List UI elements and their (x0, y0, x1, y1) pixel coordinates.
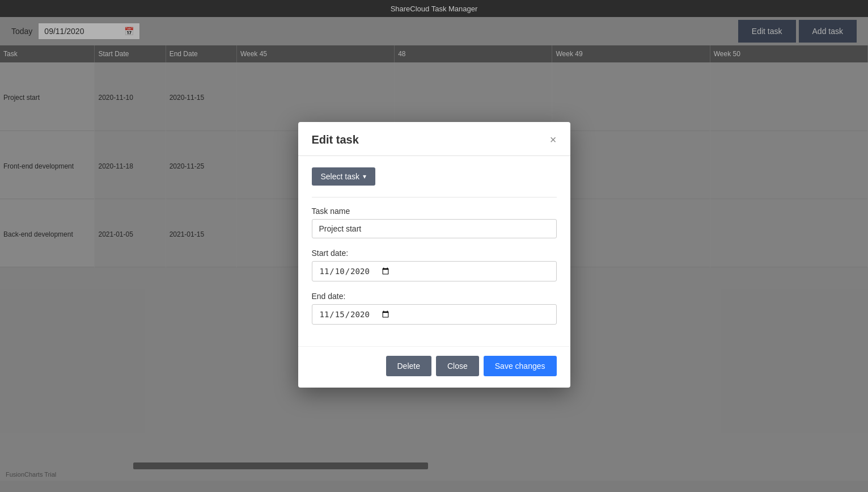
separator (312, 197, 557, 197)
select-task-button[interactable]: Select task (312, 167, 375, 186)
modal-header: Edit task × (298, 122, 570, 156)
modal-backdrop: Edit task × Select task Task name Start … (0, 17, 868, 492)
modal-body: Select task Task name Start date: End da… (298, 156, 570, 346)
delete-button[interactable]: Delete (386, 356, 431, 376)
start-date-input[interactable] (312, 261, 557, 281)
end-date-group: End date: (312, 292, 557, 325)
save-changes-button[interactable]: Save changes (484, 356, 557, 376)
modal-close-button[interactable]: × (550, 134, 557, 145)
modal-footer: Delete Close Save changes (298, 346, 570, 388)
end-date-label: End date: (312, 292, 557, 301)
end-date-input[interactable] (312, 304, 557, 325)
main-area: Today 09/11/2020 📅 Edit task Add task Ta… (0, 17, 868, 492)
close-button[interactable]: Close (436, 356, 479, 376)
top-bar: ShareCloud Task Manager (0, 0, 868, 17)
modal-title: Edit task (312, 133, 359, 146)
app-title: ShareCloud Task Manager (391, 5, 478, 13)
task-name-label: Task name (312, 207, 557, 216)
edit-task-modal: Edit task × Select task Task name Start … (298, 122, 570, 388)
task-name-group: Task name (312, 207, 557, 238)
task-name-input[interactable] (312, 219, 557, 238)
start-date-label: Start date: (312, 249, 557, 258)
start-date-group: Start date: (312, 249, 557, 281)
